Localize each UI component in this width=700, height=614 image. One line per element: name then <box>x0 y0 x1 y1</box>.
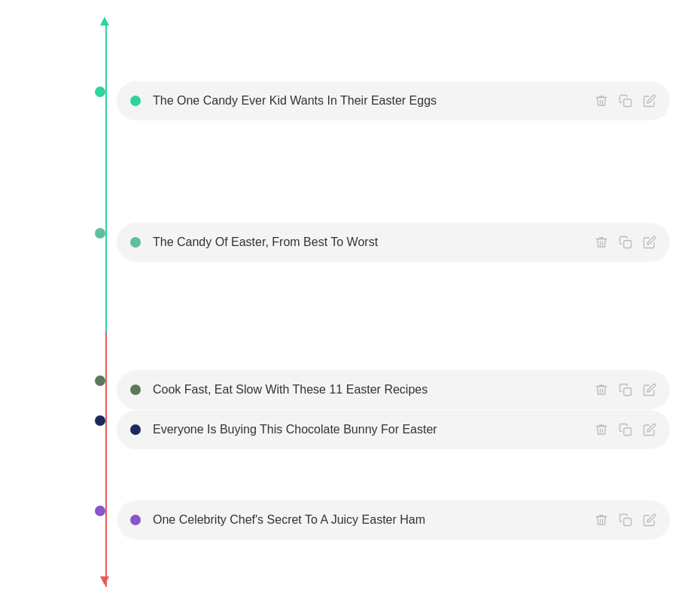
item-dot-1 <box>130 96 141 106</box>
item-title-1: The One Candy Ever Kid Wants In Their Ea… <box>153 94 595 108</box>
axis-dot-5 <box>95 506 105 516</box>
svg-rect-2 <box>624 388 632 396</box>
copy-button-1[interactable] <box>619 94 632 108</box>
arrow-down-icon <box>100 576 109 585</box>
item-card-2: The Candy Of Easter, From Best To Worst <box>117 223 670 262</box>
axis-dot-1 <box>95 87 105 97</box>
edit-button-2[interactable] <box>643 236 656 249</box>
item-actions-1 <box>595 94 656 108</box>
edit-button-1[interactable] <box>643 94 656 108</box>
edit-button-3[interactable] <box>643 383 656 397</box>
item-actions-2 <box>595 236 656 249</box>
copy-button-5[interactable] <box>619 513 632 527</box>
svg-rect-0 <box>624 99 632 107</box>
delete-button-1[interactable] <box>595 94 608 108</box>
item-dot-4 <box>130 424 141 435</box>
delete-button-4[interactable] <box>595 423 608 436</box>
item-title-3: Cook Fast, Eat Slow With These 11 Easter… <box>153 383 595 397</box>
copy-button-3[interactable] <box>619 383 632 397</box>
item-title-4: Everyone Is Buying This Chocolate Bunny … <box>153 423 595 436</box>
item-card-5: One Celebrity Chef's Secret To A Juicy E… <box>117 500 670 540</box>
svg-rect-3 <box>624 428 632 436</box>
axis-dot-2 <box>95 228 105 239</box>
item-title-5: One Celebrity Chef's Secret To A Juicy E… <box>153 513 595 527</box>
svg-rect-4 <box>624 518 632 526</box>
edit-button-4[interactable] <box>643 423 656 436</box>
item-actions-3 <box>595 383 656 397</box>
item-dot-2 <box>130 237 141 248</box>
item-actions-5 <box>595 513 656 527</box>
delete-button-5[interactable] <box>595 513 608 527</box>
delete-button-2[interactable] <box>595 236 608 249</box>
chart-container: The One Candy Ever Kid Wants In Their Ea… <box>0 0 700 614</box>
item-title-2: The Candy Of Easter, From Best To Worst <box>153 236 595 249</box>
delete-button-3[interactable] <box>595 383 608 397</box>
axis-dot-4 <box>95 415 105 426</box>
item-card-1: The One Candy Ever Kid Wants In Their Ea… <box>117 81 670 120</box>
edit-button-5[interactable] <box>643 513 656 527</box>
arrow-up-icon <box>100 17 109 26</box>
item-dot-3 <box>130 385 141 395</box>
item-dot-5 <box>130 515 141 525</box>
item-card-3: Cook Fast, Eat Slow With These 11 Easter… <box>117 370 670 409</box>
copy-button-4[interactable] <box>619 423 632 436</box>
axis-line <box>105 23 107 587</box>
item-actions-4 <box>595 423 656 436</box>
axis-dot-3 <box>95 375 105 386</box>
item-card-4: Everyone Is Buying This Chocolate Bunny … <box>117 410 670 449</box>
svg-rect-1 <box>624 241 632 248</box>
copy-button-2[interactable] <box>619 236 632 249</box>
